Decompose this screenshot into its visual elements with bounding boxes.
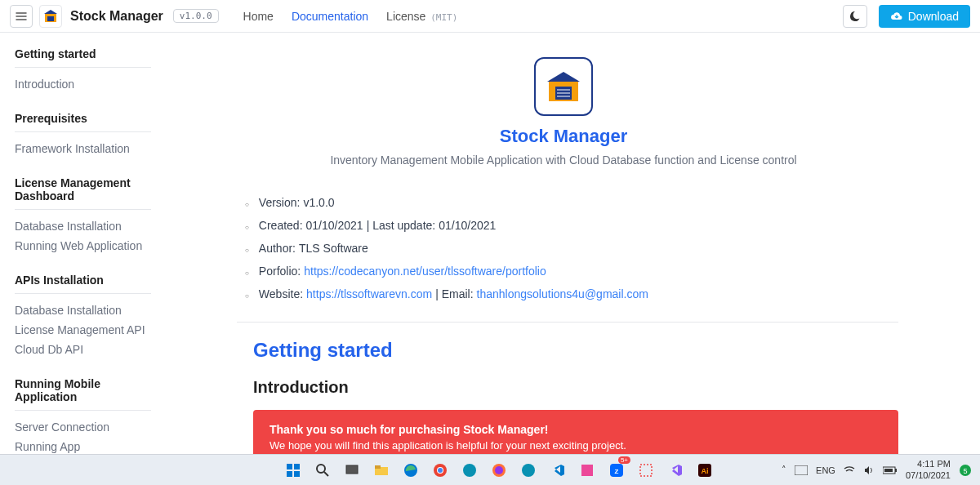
meta-author: Author: TLS Software (245, 237, 898, 260)
meta-created: Created: 01/10/2021 | Last update: 01/10… (245, 214, 898, 237)
download-button[interactable]: Download (879, 5, 970, 28)
svg-point-13 (317, 465, 325, 473)
sidebar-section: License Management DashboardDatabase Ins… (15, 176, 151, 256)
zalo-icon[interactable]: Z5+ (606, 460, 627, 481)
sidebar-item[interactable]: Running Web Application (15, 236, 151, 256)
hero-icon-frame (534, 57, 593, 116)
svg-rect-9 (287, 464, 292, 469)
theme-toggle-button[interactable] (843, 5, 867, 28)
clock[interactable]: 4:11 PM 07/10/2021 (906, 459, 951, 480)
svg-rect-29 (640, 465, 652, 476)
notification-icon[interactable]: 5 (959, 464, 972, 477)
svg-line-14 (324, 472, 328, 476)
svg-rect-12 (294, 471, 300, 477)
illustrator-icon[interactable]: Ai (694, 460, 715, 481)
vscode-icon[interactable] (547, 460, 568, 481)
alert-box: Thank you so much for purchasing Stock M… (253, 410, 898, 454)
hero: Stock Manager Inventory Management Mobil… (229, 57, 898, 167)
hero-title: Stock Manager (229, 126, 898, 147)
svg-rect-15 (346, 465, 358, 474)
content: Stock Manager Inventory Management Mobil… (163, 33, 980, 454)
hamburger-icon (16, 11, 27, 22)
taskbar: Z5+ Ai ˄ ENG 4:11 PM 07/10/2021 5 (0, 454, 980, 485)
download-label: Download (908, 10, 959, 23)
task-view-icon[interactable] (341, 460, 363, 481)
sidebar-item[interactable]: Introduction (15, 74, 151, 94)
wifi-icon[interactable] (844, 465, 855, 475)
keyboard-icon[interactable] (795, 465, 808, 475)
file-explorer-icon[interactable] (371, 460, 392, 481)
hero-subtitle: Inventory Management Mobile Application … (229, 154, 898, 167)
sidebar-section: APIs InstallationDatabase InstallationLi… (15, 274, 151, 359)
nav-links: Home Documentation License (MIT) (243, 10, 458, 23)
menu-toggle-button[interactable] (10, 5, 33, 28)
section-title: Getting started (253, 339, 898, 362)
snip-icon[interactable] (635, 460, 657, 481)
sidebar-section-title: Prerequisites (15, 112, 151, 132)
svg-rect-34 (895, 469, 897, 472)
app-icon-3[interactable] (577, 460, 598, 481)
topbar: Stock Manager v1.0.0 Home Documentation … (0, 0, 980, 33)
app-name: Stock Manager (70, 9, 163, 24)
meta-website: Website: https://tlssoftwarevn.com | Ema… (245, 283, 898, 305)
app-icon-2[interactable] (518, 460, 539, 481)
sidebar-item[interactable]: Framework Installation (15, 139, 151, 158)
svg-rect-11 (287, 471, 292, 477)
start-button[interactable] (283, 460, 304, 481)
visual-studio-icon[interactable] (665, 460, 686, 481)
taskbar-icons: Z5+ Ai (283, 460, 715, 481)
email-link[interactable]: thanhlongsolutions4u@gmail.com (477, 287, 648, 300)
meta-version: Version: v1.0.0 (245, 191, 898, 214)
sidebar-item[interactable]: Server Connection (15, 417, 151, 437)
nav-license-wrap[interactable]: License (MIT) (386, 10, 457, 23)
svg-rect-17 (375, 465, 381, 469)
chrome-icon[interactable] (430, 460, 451, 481)
svg-text:5: 5 (963, 467, 967, 475)
main-scroll[interactable]: Stock Manager Inventory Management Mobil… (163, 33, 980, 454)
svg-marker-1 (44, 10, 57, 14)
clock-date: 07/10/2021 (906, 470, 951, 481)
tray-chevron-icon[interactable]: ˄ (782, 465, 786, 475)
meta-portfolio: Porfolio: https://codecanyon.net/user/tl… (245, 260, 898, 283)
portfolio-link[interactable]: https://codecanyon.net/user/tlssoftware/… (304, 265, 546, 278)
edge-icon[interactable] (400, 460, 421, 481)
app-icon-1[interactable] (459, 460, 480, 481)
sidebar-section-title: License Management Dashboard (15, 176, 151, 210)
language-indicator[interactable]: ENG (816, 465, 835, 475)
svg-rect-35 (884, 469, 893, 472)
svg-rect-10 (294, 464, 300, 469)
sidebar-item[interactable]: License Management API (15, 320, 151, 340)
svg-point-22 (463, 464, 476, 477)
sidebar-section: Getting startedIntroduction (15, 47, 151, 94)
sidebar-item[interactable]: Running App (15, 437, 151, 454)
app-logo (39, 5, 62, 28)
sidebar-item[interactable]: Database Installation (15, 216, 151, 236)
volume-icon[interactable] (863, 465, 875, 475)
nav-license: License (386, 10, 425, 23)
clock-time: 4:11 PM (906, 459, 951, 469)
search-icon[interactable] (312, 460, 333, 481)
svg-point-21 (438, 468, 443, 473)
firefox-icon[interactable] (488, 460, 510, 481)
sidebar-section-title: APIs Installation (15, 274, 151, 294)
svg-marker-4 (547, 72, 580, 82)
website-link[interactable]: https://tlssoftwarevn.com (306, 287, 432, 300)
nav-home[interactable]: Home (243, 10, 274, 23)
cloud-download-icon (890, 11, 903, 22)
battery-icon[interactable] (883, 466, 898, 474)
sidebar-section-title: Getting started (15, 47, 151, 68)
svg-text:Z: Z (615, 468, 619, 475)
version-badge: v1.0.0 (173, 9, 219, 23)
nav-documentation[interactable]: Documentation (292, 10, 368, 23)
warehouse-icon (43, 9, 58, 24)
svg-text:Ai: Ai (702, 467, 709, 475)
sidebar-item[interactable]: Cloud Db API (15, 340, 151, 359)
warehouse-icon (544, 67, 583, 106)
sidebar-item[interactable]: Database Installation (15, 300, 151, 320)
svg-rect-26 (581, 465, 593, 476)
sidebar: Getting startedIntroductionPrerequisites… (0, 33, 163, 454)
alert-body: We hope you will find this application i… (270, 439, 882, 452)
svg-point-25 (522, 464, 535, 477)
sidebar-section: Running Mobile ApplicationServer Connect… (15, 377, 151, 454)
alert-title: Thank you so much for purchasing Stock M… (270, 423, 882, 436)
